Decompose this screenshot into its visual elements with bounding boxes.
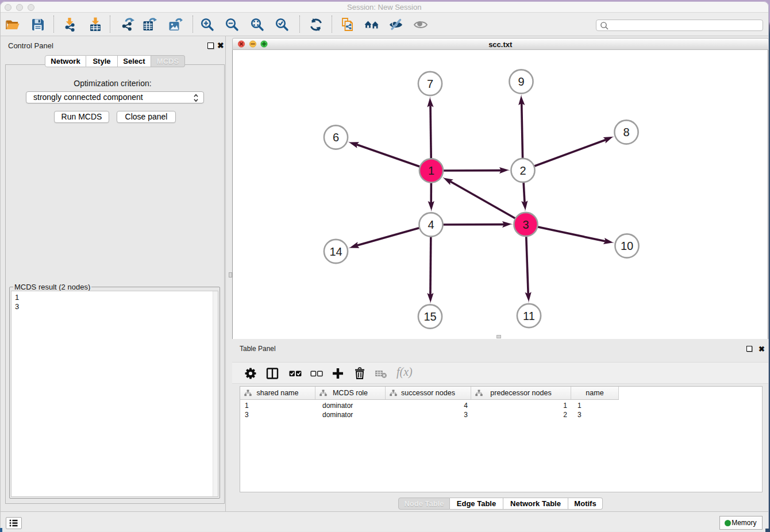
svg-text:10: 10: [621, 240, 633, 252]
svg-text:8: 8: [623, 126, 629, 138]
svg-text:2: 2: [519, 164, 526, 177]
svg-text:9: 9: [518, 75, 524, 88]
svg-text:3: 3: [522, 218, 529, 231]
svg-text:14: 14: [329, 245, 342, 258]
svg-text:1: 1: [428, 164, 434, 177]
svg-text:11: 11: [523, 310, 535, 322]
svg-text:15: 15: [424, 310, 436, 323]
svg-text:6: 6: [333, 131, 339, 144]
svg-text:4: 4: [428, 218, 434, 231]
svg-text:7: 7: [427, 78, 433, 90]
